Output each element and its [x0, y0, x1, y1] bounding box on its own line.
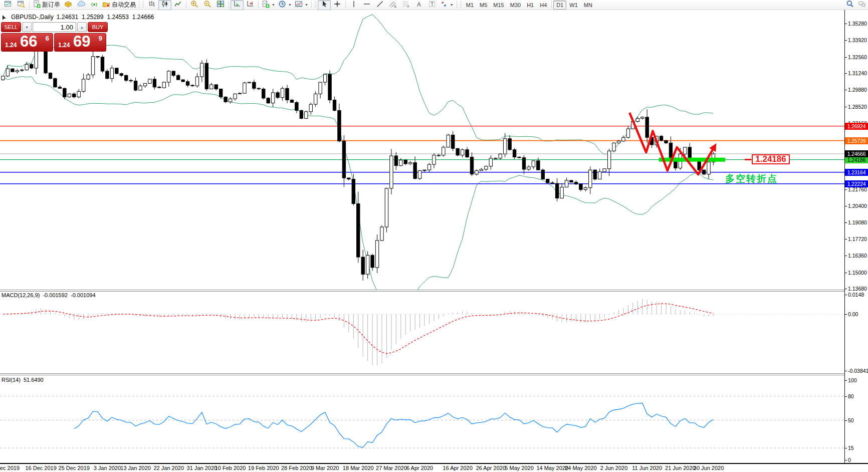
candlestick-chart-icon[interactable]: [158, 0, 171, 10]
timeframe-m15-button[interactable]: M15: [490, 1, 507, 10]
toolbar-separator: [315, 1, 316, 9]
chart-shift-icon[interactable]: [244, 0, 257, 10]
svg-text:A: A: [417, 1, 421, 8]
trend-line-icon[interactable]: [373, 0, 386, 10]
date-label: 3 Jan 2020: [94, 465, 121, 471]
autotrading-button[interactable]: 自动交易: [101, 0, 137, 10]
rsi-pane[interactable]: [0, 375, 844, 463]
buy-button[interactable]: BUY: [88, 22, 108, 32]
volume-increase-button[interactable]: ▲: [77, 22, 87, 32]
zoom-in-icon[interactable]: [188, 0, 201, 10]
fibonacci-icon[interactable]: F: [399, 0, 412, 10]
timeframe-m30-button[interactable]: M30: [507, 1, 524, 10]
price-tick: 1.32560: [848, 54, 867, 60]
market-icon[interactable]: [62, 0, 75, 10]
macd-label: MACD(12,26,9) -0.001592 -0.001094: [2, 292, 96, 298]
date-label: 30 Jun 2020: [694, 465, 724, 471]
cursor-icon[interactable]: [318, 0, 331, 10]
zoom-out-icon[interactable]: [201, 0, 214, 10]
rsi-tick-mark: [845, 396, 847, 397]
rsi-tick-mark: [845, 380, 847, 381]
arrows-icon[interactable]: ▼: [439, 0, 455, 10]
toolbar-separator: [345, 1, 346, 9]
rsi-tick-mark: [845, 448, 847, 448]
timeframe-h1-button[interactable]: H1: [524, 1, 537, 10]
candlestick-chart-pane[interactable]: [0, 10, 844, 291]
community-icon: [77, 0, 85, 10]
price-tick: 1.16360: [848, 253, 867, 259]
tile-windows-icon[interactable]: [214, 0, 227, 10]
chevron-down-icon[interactable]: ▼: [305, 3, 308, 7]
buy-price-pip: 9: [99, 35, 102, 42]
timeframe-mn-button[interactable]: MN: [581, 1, 595, 10]
periods-icon[interactable]: ▼: [277, 0, 293, 10]
equidistant-channel-icon[interactable]: E: [386, 0, 399, 10]
auto-scroll-icon[interactable]: [231, 0, 244, 10]
timeframe-h4-button[interactable]: H4: [537, 1, 550, 10]
price-tick: 1.15000: [848, 270, 867, 276]
pane-separator[interactable]: [0, 290, 845, 292]
price-level-badge: 1.22224: [845, 180, 868, 187]
ohlc-values: 1.24631 1.25289 1.24553 1.24666: [57, 14, 154, 21]
macd-pane[interactable]: [0, 292, 844, 374]
rsi-value: 51.6490: [24, 377, 44, 383]
community-icon[interactable]: [75, 0, 88, 10]
chart-window-icon: [4, 0, 12, 10]
rsi-tick-mark: [845, 460, 847, 460]
profiles-icon[interactable]: [15, 0, 28, 10]
chart-header: GBPUSD-,Daily 1.24631 1.25289 1.24553 1.…: [3, 14, 154, 21]
date-label: 16 Apr 2020: [443, 465, 473, 471]
rsi-label: RSI(14) 51.6490: [2, 377, 44, 383]
timeframe-w1-button[interactable]: W1: [566, 1, 581, 10]
toolbar: 新订单自动交易▼▼▼EFAT▼M1M5M15M30H1H4D1W1MN: [0, 0, 868, 10]
templates-icon: [295, 0, 303, 10]
volume-input[interactable]: 1.00: [33, 22, 76, 32]
text-label-icon[interactable]: T: [425, 0, 439, 10]
arrows-icon: [440, 0, 448, 10]
date-label: 26 Apr 2020: [476, 465, 506, 471]
chart-window-icon[interactable]: [2, 0, 15, 10]
timeframe-d1-button[interactable]: D1: [553, 1, 566, 10]
pivot-annotation-text[interactable]: 多空转折点: [725, 172, 778, 185]
vertical-line-icon[interactable]: [347, 0, 360, 10]
chevron-down-icon[interactable]: ▼: [288, 3, 292, 7]
timeframe-m1-button[interactable]: M1: [463, 1, 477, 10]
horizontal-line-icon[interactable]: [360, 0, 373, 10]
date-label: 11 Jun 2020: [632, 465, 662, 471]
chevron-down-icon[interactable]: ▼: [272, 3, 275, 7]
crosshair-icon[interactable]: [331, 0, 344, 10]
timeframe-m5-button[interactable]: M5: [477, 1, 490, 10]
chat-icon[interactable]: [858, 0, 866, 10]
sell-price-panel[interactable]: 1.24 66 6: [1, 33, 53, 52]
toolbar-separator: [229, 1, 229, 9]
templates-icon[interactable]: ▼: [293, 0, 310, 10]
candlestick-chart-icon: [161, 0, 169, 10]
chart-menu-icon[interactable]: [3, 15, 8, 20]
svg-text:T: T: [430, 1, 433, 7]
bar-chart-icon[interactable]: [145, 0, 158, 10]
svg-text:E: E: [394, 5, 396, 8]
text-label-icon: T: [428, 0, 436, 10]
zoom-out-icon: [203, 0, 211, 10]
macd-tick-mark: [845, 314, 847, 315]
volume-decrease-button[interactable]: ▼: [22, 22, 32, 32]
indicators-icon[interactable]: ▼: [260, 0, 277, 10]
line-chart-icon[interactable]: [171, 0, 184, 10]
price-callout-label[interactable]: 1.24186: [752, 154, 790, 164]
search-icon[interactable]: [846, 0, 854, 10]
chevron-down-icon[interactable]: ▼: [450, 3, 454, 7]
macd-tick: -0.038415: [848, 368, 868, 374]
price-callout-dash: [745, 159, 751, 160]
price-tick-mark: [845, 107, 847, 107]
text-icon[interactable]: A: [412, 0, 425, 10]
buy-price-prefix: 1.24: [58, 42, 70, 49]
price-tick-mark: [845, 57, 847, 58]
pane-separator[interactable]: [0, 373, 845, 375]
new-order-button[interactable]: 新订单: [31, 0, 62, 10]
one-click-trading-widget: SELL ▼ 1.00 ▲ BUY 1.24 66 6 1.24 69 9: [1, 22, 108, 52]
sell-button[interactable]: SELL: [1, 22, 21, 32]
sell-price-big: 66: [20, 33, 37, 51]
buy-price-panel[interactable]: 1.24 69 9: [54, 33, 106, 52]
date-label: 9 Mar 2020: [311, 465, 339, 471]
signals-icon[interactable]: [88, 0, 101, 10]
